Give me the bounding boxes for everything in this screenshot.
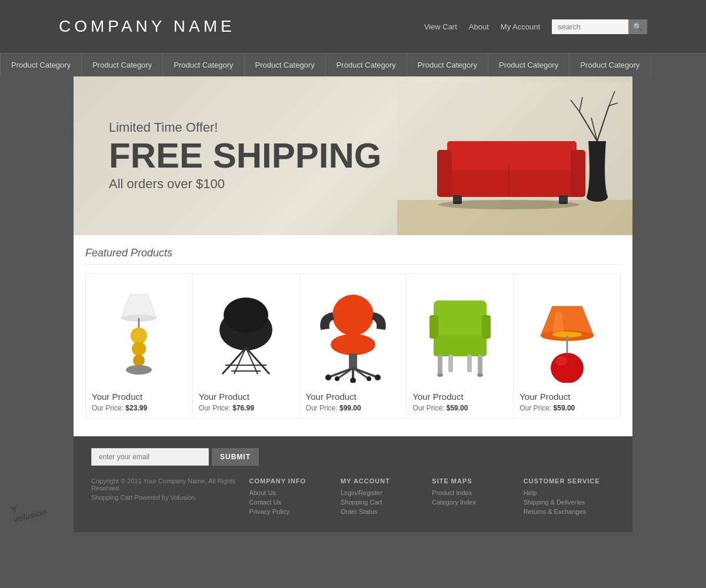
svg-point-44 bbox=[335, 376, 339, 381]
footer-link-2-0[interactable]: Product Index bbox=[432, 489, 523, 496]
svg-point-55 bbox=[477, 373, 483, 377]
footer-link-2-1[interactable]: Category Index bbox=[432, 499, 523, 506]
newsletter-section: SUBMIT bbox=[91, 448, 615, 466]
footer-col-2: SITE MAPSProduct IndexCategory Index bbox=[432, 477, 523, 517]
svg-rect-11 bbox=[447, 141, 577, 171]
footer: SUBMIT Copyright © 2011 Your Company Nam… bbox=[74, 436, 632, 532]
view-cart-link[interactable]: View Cart bbox=[424, 22, 457, 31]
footer-link-0-1[interactable]: Contact Us bbox=[249, 499, 341, 506]
footer-col-title-1: MY ACCOUNT bbox=[341, 477, 432, 485]
footer-col-1: MY ACCOUNTLogin/RegisterShopping CartOrd… bbox=[341, 477, 432, 517]
nav-item-1[interactable]: Product Category bbox=[82, 54, 163, 76]
product-name-2: Your Product bbox=[199, 392, 249, 402]
svg-rect-50 bbox=[438, 355, 442, 375]
svg-rect-52 bbox=[448, 355, 453, 372]
svg-rect-13 bbox=[571, 150, 585, 197]
svg-point-34 bbox=[331, 334, 375, 355]
svg-point-17 bbox=[438, 200, 580, 209]
svg-rect-35 bbox=[349, 353, 357, 368]
main-nav: Product CategoryProduct CategoryProduct … bbox=[0, 53, 706, 76]
product-name-3: Your Product bbox=[306, 392, 357, 402]
nav-item-6[interactable]: Product Category bbox=[488, 54, 570, 76]
product-price-3: Our Price: $99.00 bbox=[306, 404, 361, 412]
search-form: 🔍 bbox=[552, 19, 647, 34]
product-image-4 bbox=[412, 280, 507, 386]
featured-title: Featured Products bbox=[85, 247, 621, 265]
nav-item-5[interactable]: Product Category bbox=[407, 54, 488, 76]
footer-col-title-3: CUSTOMER SERVICE bbox=[524, 477, 615, 485]
product-card-3[interactable]: Your Product Our Price: $99.00 bbox=[300, 273, 407, 419]
svg-rect-33 bbox=[332, 295, 374, 336]
product-name-1: Your Product bbox=[92, 392, 142, 402]
footer-col-3: CUSTOMER SERVICEHelpShipping & Deliverie… bbox=[524, 477, 615, 517]
banner-subtitle: Limited Time Offer! bbox=[109, 120, 381, 135]
svg-point-21 bbox=[131, 328, 147, 344]
product-price-5: Our Price: $59.00 bbox=[519, 404, 575, 412]
product-card-4[interactable]: Your Product Our Price: $59.00 bbox=[407, 273, 514, 419]
product-name-4: Your Product bbox=[412, 392, 463, 402]
svg-point-24 bbox=[126, 365, 152, 375]
footer-link-3-2[interactable]: Returns & Exchanges bbox=[524, 508, 615, 515]
about-link[interactable]: About bbox=[469, 22, 489, 31]
svg-rect-53 bbox=[467, 355, 472, 372]
company-name: COMPANY NAME bbox=[59, 17, 235, 36]
nav-item-2[interactable]: Product Category bbox=[163, 54, 244, 76]
submit-button[interactable]: SUBMIT bbox=[212, 448, 259, 466]
hero-banner: Limited Time Offer! FREE SHIPPING All or… bbox=[74, 76, 632, 235]
footer-col-title-0: COMPANY INFO bbox=[249, 477, 341, 485]
product-price-1: Our Price: $23.99 bbox=[92, 404, 147, 412]
svg-rect-51 bbox=[478, 355, 482, 375]
svg-point-42 bbox=[375, 375, 381, 380]
products-grid: Your Product Our Price: $23.99 bbox=[85, 273, 621, 419]
footer-link-3-0[interactable]: Help bbox=[524, 489, 615, 496]
footer-col-0: COMPANY INFOAbout UsContact UsPrivacy Po… bbox=[249, 477, 341, 517]
nav-item-4[interactable]: Product Category bbox=[326, 54, 407, 76]
svg-rect-47 bbox=[434, 336, 487, 356]
footer-link-3-1[interactable]: Shipping & Deliveries bbox=[524, 499, 615, 506]
nav-item-7[interactable]: Product Category bbox=[570, 54, 651, 76]
product-image-3 bbox=[306, 280, 401, 386]
banner-title: FREE SHIPPING bbox=[109, 138, 381, 173]
footer-link-1-1[interactable]: Shopping Cart bbox=[341, 499, 432, 506]
banner-description: All orders over $100 bbox=[109, 176, 381, 192]
product-price-2: Our Price: $76.99 bbox=[199, 404, 254, 412]
email-input[interactable] bbox=[91, 448, 209, 466]
search-input[interactable] bbox=[552, 19, 628, 34]
svg-point-26 bbox=[224, 298, 268, 333]
svg-line-29 bbox=[234, 348, 246, 374]
svg-rect-48 bbox=[429, 315, 438, 339]
nav-item-0[interactable]: Product Category bbox=[0, 54, 82, 76]
svg-rect-12 bbox=[437, 150, 452, 197]
svg-point-45 bbox=[367, 376, 371, 381]
product-price-4: Our Price: $59.00 bbox=[412, 404, 468, 412]
volusion-watermark: Y volusion bbox=[10, 497, 48, 524]
svg-point-41 bbox=[325, 375, 331, 380]
product-card-5[interactable]: Your Product Our Price: $59.00 bbox=[514, 273, 621, 419]
footer-powered: Shopping Cart Powered by Volusion. bbox=[91, 494, 238, 501]
product-image-1 bbox=[92, 280, 187, 386]
footer-copyright: Copyright © 2011 Your Company Name, All … bbox=[91, 477, 238, 492]
svg-line-27 bbox=[222, 348, 246, 374]
product-card-1[interactable]: Your Product Our Price: $23.99 bbox=[85, 273, 193, 419]
product-image-5 bbox=[519, 280, 614, 386]
svg-line-28 bbox=[246, 348, 269, 374]
svg-point-61 bbox=[555, 356, 567, 366]
product-image-2 bbox=[199, 280, 294, 386]
footer-link-1-2[interactable]: Order Status bbox=[341, 508, 432, 515]
footer-link-0-2[interactable]: Privacy Policy bbox=[249, 508, 341, 515]
my-account-link[interactable]: My Account bbox=[501, 22, 540, 31]
svg-point-23 bbox=[133, 355, 145, 366]
nav-item-3[interactable]: Product Category bbox=[245, 54, 326, 76]
footer-link-0-0[interactable]: About Us bbox=[249, 489, 341, 496]
svg-point-22 bbox=[132, 342, 146, 356]
footer-col-title-2: SITE MAPS bbox=[432, 477, 523, 485]
search-button[interactable]: 🔍 bbox=[628, 19, 647, 34]
svg-point-60 bbox=[551, 353, 584, 383]
product-name-5: Your Product bbox=[519, 392, 570, 402]
svg-point-54 bbox=[437, 373, 443, 377]
svg-rect-49 bbox=[482, 315, 491, 339]
svg-point-43 bbox=[350, 377, 356, 383]
main-content: Featured Products bbox=[74, 235, 632, 436]
footer-link-1-0[interactable]: Login/Register bbox=[341, 489, 432, 496]
product-card-2[interactable]: Your Product Our Price: $76.99 bbox=[193, 273, 300, 419]
